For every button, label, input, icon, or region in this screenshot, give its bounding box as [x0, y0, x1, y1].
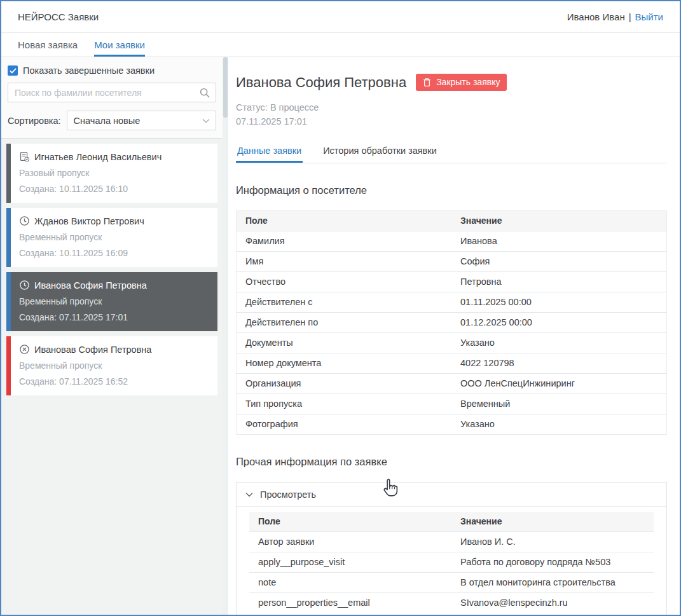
close-request-label: Закрыть заявку [436, 77, 500, 87]
request-visitor-name: Ивановав София Петровна [34, 345, 151, 355]
chevron-down-icon [202, 118, 210, 123]
table-header-row: Поле Значение [249, 512, 654, 531]
other-info-table: Поле Значение Автор заявкиИванов И. С. a… [249, 512, 654, 613]
request-created-date: Создана: 07.11.2025 17:01 [19, 312, 210, 322]
col-header-field: Поле [249, 512, 451, 531]
table-row: apply__purpose_visitРабота по договору п… [249, 552, 654, 572]
tab-my-requests[interactable]: Мои заявки [94, 33, 145, 57]
main-nav-tabs: Новая заявка Мои заявки [1, 33, 680, 57]
table-row: Номер документа4022 120798 [237, 353, 666, 373]
visitor-section-title: Информация о посетителе [236, 184, 667, 196]
show-completed-checkbox[interactable] [8, 65, 18, 76]
table-row: Автор заявкиИванов И. С. [249, 531, 654, 552]
request-pass-type: Временный пропуск [19, 232, 210, 242]
requests-sidebar: Показать завершенные заявки Сортировка: … [1, 57, 223, 615]
pass-document-check-icon [19, 151, 30, 162]
table-row: Тип пропускаВременный [237, 394, 666, 414]
table-row: Действителен по01.12.2025 00:00 [237, 312, 666, 332]
tab-request-history[interactable]: История обработки заявки [322, 140, 438, 163]
request-created-date: Создана: 07.11.2025 16:52 [19, 376, 210, 387]
tab-request-data[interactable]: Данные заявки [236, 140, 303, 163]
request-list-item-zhdanov[interactable]: Жданов Виктор Петрович Временный пропуск… [6, 208, 217, 267]
expander-label: Просмотреть [260, 489, 316, 500]
request-pass-type: Временный пропуск [19, 360, 210, 371]
request-created-date: Создана: 10.11.2025 16:10 [19, 184, 210, 194]
check-icon [10, 68, 17, 74]
sort-selected-value: Сначала новые [74, 116, 141, 126]
sort-row: Сортировка: Сначала новые [8, 111, 216, 130]
status-line: Статус: В процессе [236, 100, 667, 114]
request-created-date: Создана: 10.11.2025 16:09 [19, 248, 210, 258]
request-created-line: 07.11.2025 17:01 [236, 114, 667, 128]
content-scrollbar[interactable] [223, 57, 228, 615]
table-row: ИмяСофия [237, 251, 666, 271]
request-title: Иванова София Петровна [236, 74, 406, 91]
other-section-title: Прочая информация по заявке [236, 456, 667, 468]
table-row: person__properties__emailSIvanova@lenspe… [249, 592, 654, 613]
scrollbar-thumb[interactable] [223, 57, 228, 118]
request-visitor-name: Жданов Виктор Петрович [34, 216, 144, 226]
visitor-info-table: Поле Значение ФамилияИванова ИмяСофия От… [236, 210, 667, 435]
show-completed-row: Показать завершенные заявки [8, 65, 216, 76]
user-area: Иванов Иван | Выйти [567, 11, 663, 22]
request-list-item-ignatev[interactable]: Игнатьев Леонид Васильевич Разовый пропу… [6, 144, 217, 203]
request-detail-pane: Иванова София Петровна Закрыть заявку Ст… [228, 57, 680, 615]
app-header: НЕЙРОСС Заявки Иванов Иван | Выйти [1, 1, 680, 33]
request-pass-type: Разовый пропуск [19, 168, 210, 178]
search-icon [199, 87, 210, 99]
request-pass-type: Временный пропуск [19, 296, 210, 306]
show-completed-label: Показать завершенные заявки [23, 65, 155, 76]
app-title: НЕЙРОСС Заявки [18, 11, 99, 22]
col-header-value: Значение [451, 211, 666, 231]
request-list-item-ivanova-selected[interactable]: Иванова София Петровна Временный пропуск… [6, 272, 217, 331]
table-row: ФотографияУказано [237, 414, 666, 434]
sort-select[interactable]: Сначала новые [67, 111, 216, 130]
close-request-button[interactable]: Закрыть заявку [416, 74, 507, 91]
clock-icon [19, 216, 30, 226]
user-name: Иванов Иван [567, 11, 625, 22]
cancel-circle-icon [19, 344, 30, 355]
col-header-field: Поле [237, 211, 451, 231]
status-block: Статус: В процессе 07.11.2025 17:01 [236, 100, 667, 129]
trash-icon [423, 78, 431, 87]
sort-label: Сортировка: [8, 116, 61, 126]
user-separator: | [629, 11, 631, 22]
app-window: НЕЙРОСС Заявки Иванов Иван | Выйти Новая… [0, 0, 681, 616]
request-list: Игнатьев Леонид Васильевич Разовый пропу… [1, 139, 223, 615]
request-visitor-name: Иванова София Петровна [34, 280, 147, 291]
table-row: ОтчествоПетровна [237, 271, 666, 292]
sidebar-controls: Показать завершенные заявки Сортировка: … [1, 57, 223, 138]
detail-tabs: Данные заявки История обработки заявки [236, 140, 667, 163]
request-list-item-ivanovav[interactable]: Ивановав София Петровна Временный пропус… [6, 336, 217, 395]
table-header-row: Поле Значение [237, 211, 666, 231]
tab-new-request[interactable]: Новая заявка [18, 33, 78, 57]
search-button[interactable] [198, 86, 212, 100]
search-input[interactable] [8, 83, 216, 102]
table-row: ДокументыУказано [237, 332, 666, 353]
table-row: noteВ отдел мониторинга строительства [249, 572, 654, 592]
table-row: ФамилияИванова [237, 231, 666, 251]
expander-body: Поле Значение Автор заявкиИванов И. С. a… [237, 507, 666, 615]
other-info-panel: Просмотреть Поле Значение Автор заявкиИв… [236, 482, 667, 615]
logout-link[interactable]: Выйти [635, 11, 663, 22]
table-row: ОрганизацияООО ЛенСпецИнжиниринг [237, 373, 666, 394]
chevron-down-icon [245, 492, 253, 497]
table-row: Действителен с01.11.2025 00:00 [237, 292, 666, 312]
expander-toggle[interactable]: Просмотреть [237, 483, 666, 507]
request-visitor-name: Игнатьев Леонид Васильевич [34, 152, 162, 162]
search-wrap [8, 83, 216, 102]
col-header-value: Значение [451, 512, 654, 531]
clock-icon [19, 280, 30, 291]
